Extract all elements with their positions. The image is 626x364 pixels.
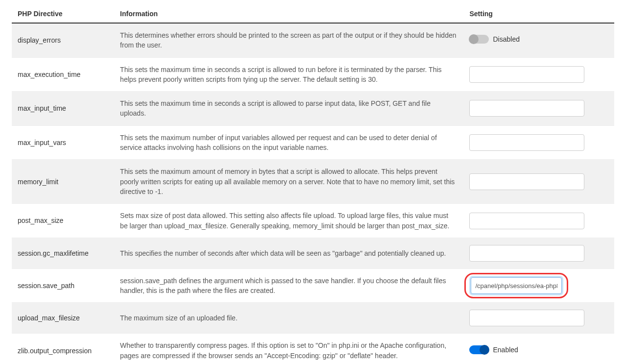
highlighted-input-wrap xyxy=(464,273,568,298)
input-session.save_path[interactable] xyxy=(471,277,562,294)
toggle-state-label: Disabled xyxy=(493,34,519,44)
directive-setting-cell xyxy=(463,160,614,204)
directive-info: This specifies the number of seconds aft… xyxy=(114,238,463,268)
input-max_execution_time[interactable] xyxy=(469,66,584,83)
directive-info: This sets the maximum amount of memory i… xyxy=(114,160,463,204)
directive-name: max_execution_time xyxy=(12,57,114,92)
col-header-directive: PHP Directive xyxy=(12,5,114,23)
php-directives-table: PHP Directive Information Setting displa… xyxy=(12,5,614,364)
directive-setting-cell xyxy=(463,125,614,160)
directive-info: This sets the maximum number of input va… xyxy=(114,125,463,160)
directive-info: The maximum size of an uploaded file. xyxy=(114,303,463,334)
directive-name: max_input_time xyxy=(12,92,114,126)
table-row: post_max_sizeSets max size of post data … xyxy=(12,204,614,238)
directive-setting-cell xyxy=(463,238,614,268)
toggle-knob xyxy=(469,34,479,44)
directive-name: post_max_size xyxy=(12,204,114,238)
col-header-setting: Setting xyxy=(463,5,614,23)
directive-setting-cell xyxy=(463,268,614,303)
table-row: max_input_timeThis sets the maximum time… xyxy=(12,92,614,126)
directive-setting-cell xyxy=(463,303,614,334)
table-row: memory_limitThis sets the maximum amount… xyxy=(12,160,614,204)
input-memory_limit[interactable] xyxy=(469,173,584,190)
directive-setting-cell: Disabled xyxy=(463,23,614,57)
directive-info: This sets the maximum time in seconds a … xyxy=(114,92,463,126)
table-row: session.save_pathsession.save_path defin… xyxy=(12,268,614,303)
directive-setting-cell xyxy=(463,92,614,126)
table-row: zlib.output_compressionWhether to transp… xyxy=(12,334,614,364)
directive-setting-cell: Enabled xyxy=(463,334,614,364)
toggle-display_errors[interactable] xyxy=(469,35,489,44)
directive-setting-cell xyxy=(463,204,614,238)
input-max_input_time[interactable] xyxy=(469,100,584,117)
directive-info: Whether to transparently compress pages.… xyxy=(114,334,463,364)
input-session.gc_maxlifetime[interactable] xyxy=(469,245,584,262)
table-row: display_errorsThis determines whether er… xyxy=(12,23,614,57)
toggle-zlib.output_compression[interactable] xyxy=(469,345,489,354)
toggle-knob xyxy=(480,345,489,355)
directive-name: display_errors xyxy=(12,23,114,57)
table-row: max_execution_timeThis sets the maximum … xyxy=(12,57,614,92)
directive-setting-cell xyxy=(463,57,614,92)
table-row: max_input_varsThis sets the maximum numb… xyxy=(12,125,614,160)
input-upload_max_filesize[interactable] xyxy=(469,310,584,326)
directive-info: This sets the maximum time in seconds a … xyxy=(114,57,463,92)
table-row: upload_max_filesizeThe maximum size of a… xyxy=(12,303,614,334)
directive-info: Sets max size of post data allowed. This… xyxy=(114,204,463,238)
directive-name: zlib.output_compression xyxy=(12,334,114,364)
directive-name: upload_max_filesize xyxy=(12,303,114,334)
table-row: session.gc_maxlifetimeThis specifies the… xyxy=(12,238,614,268)
directive-name: session.gc_maxlifetime xyxy=(12,238,114,268)
directive-name: memory_limit xyxy=(12,160,114,204)
directive-name: session.save_path xyxy=(12,268,114,303)
directive-info: This determines whether errors should be… xyxy=(114,23,463,57)
col-header-information: Information xyxy=(114,5,463,23)
input-max_input_vars[interactable] xyxy=(469,134,584,151)
directive-info: session.save_path defines the argument w… xyxy=(114,268,463,303)
directive-name: max_input_vars xyxy=(12,125,114,160)
input-post_max_size[interactable] xyxy=(469,213,584,229)
toggle-state-label: Enabled xyxy=(493,345,518,355)
